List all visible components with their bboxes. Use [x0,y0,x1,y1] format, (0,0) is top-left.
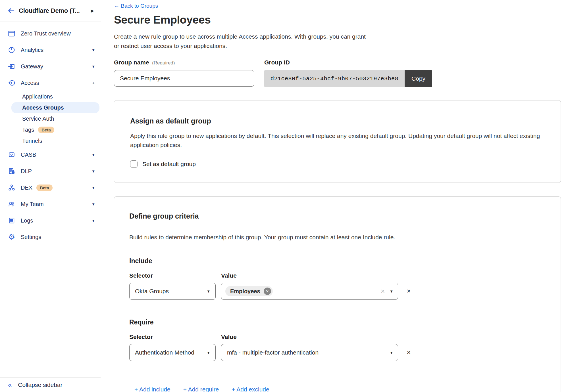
expand-account-icon[interactable]: ▶ [91,8,94,13]
page-description-line2: or restrict user access to your applicat… [114,41,568,51]
add-exclude-link[interactable]: + Add exclude [232,386,269,392]
set-default-group-label: Set as default group [142,161,196,167]
sidebar-item-casb[interactable]: CASB ▼ [0,146,101,163]
sidebar-item-settings[interactable]: ⚙ Settings [0,229,101,245]
chevron-up-icon: ▲ [92,81,95,85]
include-selector-value: Okta Groups [135,288,207,295]
sidebar-item-access[interactable]: Access ▲ [0,75,101,91]
require-labels-row: Selector Value [129,334,546,340]
include-selector-label: Selector [129,272,221,279]
sidebar-item-label: Logs [21,217,33,224]
sidebar-item-dlp[interactable]: DLP ▼ [0,163,101,179]
chevron-down-icon: ▼ [91,186,95,190]
sidebar-header: Cloudflare Demo (T... ▶ [0,0,101,22]
sidebar-item-label: My Team [21,201,44,207]
require-value-text: mfa - multiple-factor authentication [225,349,390,356]
include-value-multiselect[interactable]: Employees ✕ ✕ ▼ [221,283,398,300]
sidebar-item-access-groups[interactable]: Access Groups [11,102,99,113]
gateway-icon [7,62,16,71]
casb-check-icon [7,150,16,159]
access-login-icon [7,79,16,87]
require-value-label: Value [221,334,237,340]
sidebar-item-service-auth[interactable]: Service Auth [11,113,99,124]
sidebar-item-label: Analytics [21,47,43,53]
chevron-down-icon: ▼ [207,351,210,355]
group-name-required-hint: (Required) [152,60,175,66]
back-arrow-icon[interactable] [7,7,15,15]
include-rule-row: Okta Groups ▼ Employees ✕ ✕ ▼ ✕ [129,283,546,300]
sidebar-item-label: Access [21,80,39,86]
sidebar-item-label: DLP [21,168,32,175]
require-selector-label: Selector [129,334,221,340]
page-title: Secure Employees [114,14,568,26]
criteria-heading: Define group criteria [129,212,546,220]
sidebar-nav: Zero Trust overview Analytics ▼ Gateway [0,22,101,245]
require-selector-dropdown[interactable]: Authentication Method ▼ [129,344,216,361]
value-chip-label: Employees [230,288,260,295]
sidebar-item-label: Gateway [21,63,43,70]
sidebar-item-my-team[interactable]: My Team ▼ [0,196,101,212]
require-heading: Require [129,318,546,326]
people-icon [7,200,16,208]
chevron-down-icon: ▼ [390,351,393,355]
remove-require-rule-icon[interactable]: ✕ [407,349,411,356]
sidebar-item-applications[interactable]: Applications [11,91,99,102]
include-selector-dropdown[interactable]: Okta Groups ▼ [129,283,216,300]
require-rule-row: Authentication Method ▼ mfa - multiple-f… [129,344,546,361]
network-nodes-icon [7,183,16,192]
define-group-criteria-card: Define group criteria Build rules to det… [114,196,561,392]
document-lock-icon [7,167,16,175]
back-to-groups-link[interactable]: ← Back to Groups [114,3,158,9]
beta-badge: Beta [36,185,53,191]
copy-button[interactable]: Copy [405,70,432,87]
chevron-down-icon: ▼ [91,169,95,173]
group-id-box: d21ce80f-5a25-4bcf-9b07-5032197e3be8 Cop… [264,70,432,87]
gear-icon: ⚙ [7,233,16,241]
add-require-link[interactable]: + Add require [183,386,219,392]
include-labels-row: Selector Value [129,272,546,279]
chevron-down-icon: ▼ [91,64,95,69]
add-include-link[interactable]: + Add include [134,386,170,392]
collapse-sidebar-button[interactable]: « Collapse sidebar [0,377,101,392]
chevron-down-icon: ▼ [390,289,393,294]
criteria-body: Build rules to determine membership of t… [129,234,546,241]
group-id-value: d21ce80f-5a25-4bcf-9b07-5032197e3be8 [264,70,405,87]
assign-default-group-card: Assign as default group Apply this rule … [114,100,561,183]
chevron-down-icon: ▼ [91,219,95,223]
sidebar-item-analytics[interactable]: Analytics ▼ [0,42,101,58]
sidebar-item-dex[interactable]: DEX Beta ▼ [0,179,101,196]
value-chip: Employees ✕ [225,286,273,296]
set-default-group-checkbox[interactable] [130,160,138,168]
sidebar-subitem-label: Tunnels [22,138,42,144]
chevron-down-icon: ▼ [91,153,95,157]
page-description: Create a new rule group to use across mu… [114,32,568,51]
include-heading: Include [129,257,546,265]
zero-trust-dashboard: Cloudflare Demo (T... ▶ Zero Trust overv… [0,0,568,392]
default-group-checkbox-row: Set as default group [130,160,545,168]
sidebar-item-label: CASB [21,152,36,158]
require-value-dropdown[interactable]: mfa - multiple-factor authentication ▼ [221,344,398,361]
sidebar-subitem-label: Access Groups [22,104,64,111]
group-id-label: Group ID [264,59,432,66]
remove-include-rule-icon[interactable]: ✕ [407,288,411,294]
pie-chart-icon [7,46,16,54]
sidebar-item-tunnels[interactable]: Tunnels [11,135,99,146]
add-rule-links: + Add include + Add require + Add exclud… [134,386,546,392]
clear-values-icon[interactable]: ✕ [380,288,385,295]
sidebar-item-label: DEX [21,185,32,191]
sidebar-item-logs[interactable]: Logs ▼ [0,212,101,229]
page-description-line1: Create a new rule group to use across mu… [114,32,568,41]
chip-remove-icon[interactable]: ✕ [264,288,271,295]
sidebar-subitem-label: Tags [22,127,34,133]
group-name-label: Group name [114,59,149,66]
collapse-icon: « [8,381,12,388]
collapse-label: Collapse sidebar [18,381,62,388]
sidebar-item-tags[interactable]: Tags Beta [11,124,99,135]
sidebar-item-gateway[interactable]: Gateway ▼ [0,58,101,75]
chevron-down-icon: ▼ [91,202,95,206]
sidebar-item-zero-trust-overview[interactable]: Zero Trust overview [0,25,101,42]
assign-default-body: Apply this rule group to new application… [130,131,545,150]
group-name-input[interactable] [114,70,254,87]
account-title: Cloudflare Demo (T... [19,7,91,14]
assign-default-body-line1: Apply this rule group to new application… [130,131,545,141]
